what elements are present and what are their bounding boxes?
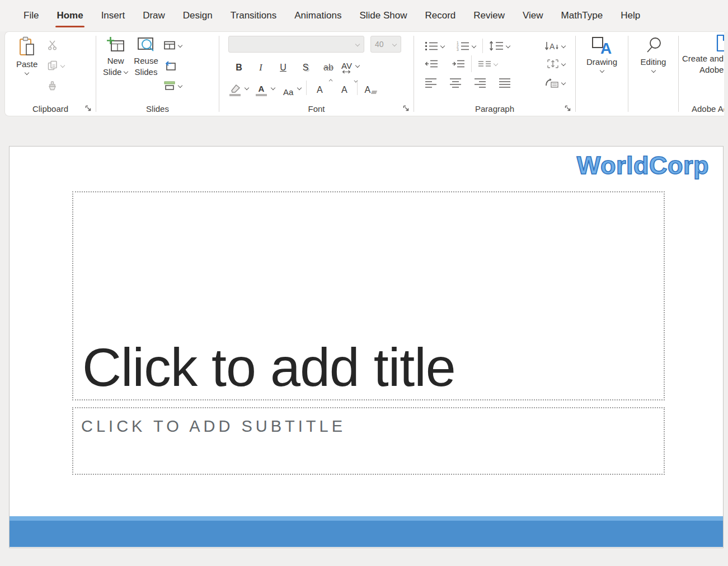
editing-search-icon [644,36,664,55]
text-direction-button[interactable]: A [543,41,567,51]
line-spacing-button[interactable] [487,41,512,51]
grow-caret-icon [329,79,333,83]
underline-button[interactable]: U [272,58,294,73]
align-left-button[interactable] [423,78,439,88]
increase-font-size-button[interactable]: A [311,81,328,95]
decrease-indent-icon [425,59,438,68]
paste-button[interactable]: Paste [16,32,37,101]
decrease-font-size-button[interactable]: A [336,81,353,95]
create-adobe-pdf-button[interactable]: Create and Adobe [682,32,724,101]
line-spacing-chevron-icon[interactable] [505,44,510,49]
slides-small-buttons [164,32,183,101]
paste-dropdown-chevron-icon[interactable] [25,70,30,76]
drawing-button[interactable]: A Drawing [586,32,617,101]
align-right-button[interactable] [472,78,488,88]
tab-review[interactable]: Review [464,0,514,31]
font-name-chevron-icon[interactable] [355,42,360,47]
strikethrough-button[interactable]: ab [317,58,340,73]
numbering-chevron-icon[interactable] [471,44,476,49]
spacing-dropdown-chevron-icon[interactable] [355,63,360,68]
tab-home[interactable]: Home [48,0,92,31]
bullets-button[interactable] [423,41,447,51]
align-center-button[interactable] [448,78,463,88]
clipboard-dialog-launcher[interactable] [85,105,92,112]
copy-icon [48,60,58,70]
format-painter-icon [48,81,57,91]
font-dialog-launcher[interactable] [403,105,410,112]
align-text-vertical-icon [547,59,559,69]
slide-layout-button[interactable] [164,37,183,53]
columns-button[interactable] [476,60,500,68]
section-dropdown-chevron-icon[interactable] [178,83,183,88]
layout-dropdown-chevron-icon[interactable] [178,43,183,48]
tab-animations[interactable]: Animations [285,0,350,31]
tab-record[interactable]: Record [416,0,464,31]
font-color-button[interactable]: A [255,79,268,96]
slide-canvas[interactable]: WorldCorp Click to add title CLICK TO AD… [9,146,724,548]
tab-draw[interactable]: Draw [134,0,174,31]
title-placeholder-text: Click to add title [73,339,455,399]
highlight-dropdown-chevron-icon[interactable] [244,86,249,91]
new-slide-button[interactable]: New Slide [103,32,128,101]
drawing-dropdown-chevron-icon[interactable] [599,68,604,73]
format-painter-button[interactable] [48,78,65,93]
editing-dropdown-chevron-icon[interactable] [651,68,656,73]
clear-formatting-button[interactable]: A [362,81,379,95]
paragraph-dialog-launcher[interactable] [565,105,571,112]
change-case-chevron-icon[interactable] [297,86,302,91]
columns-chevron-icon[interactable] [493,62,498,67]
paste-label: Paste [16,59,37,69]
bullets-chevron-icon[interactable] [440,44,445,49]
reuse-slides-button[interactable]: Reuse Slides [134,32,158,101]
bold-button[interactable]: B [228,58,250,73]
tab-mathtype[interactable]: MathType [552,0,612,31]
new-slide-dropdown-chevron-icon[interactable] [123,69,128,74]
bullet-list-icon [425,41,438,51]
decrease-indent-button[interactable] [423,59,440,68]
font-name-combobox[interactable] [228,36,364,53]
copy-dropdown-chevron-icon[interactable] [60,63,65,68]
worldcorp-logo[interactable]: WorldCorp [577,151,709,180]
slides-group-label: Slides [146,104,169,114]
character-spacing-button[interactable]: AV [340,57,353,74]
spacing-arrows-icon [342,70,351,74]
columns-icon [478,60,491,68]
font-size-chevron-icon[interactable] [392,42,397,47]
align-text-button[interactable] [545,59,567,69]
copy-button[interactable] [48,58,65,73]
tab-insert[interactable]: Insert [92,0,134,31]
align-text-chevron-icon[interactable] [561,62,566,67]
section-button[interactable] [164,78,183,93]
font-color-dropdown-chevron-icon[interactable] [270,86,275,91]
tab-transitions[interactable]: Transitions [222,0,286,31]
editing-label: Editing [641,57,666,67]
tab-slide-show[interactable]: Slide Show [350,0,416,31]
font-size-combobox[interactable]: 40 [370,36,401,53]
increase-indent-button[interactable] [450,59,467,68]
reset-slide-button[interactable] [164,58,183,73]
tab-file[interactable]: File [15,0,48,31]
tab-design[interactable]: Design [174,0,222,31]
svg-text:A: A [549,42,555,51]
tab-help[interactable]: Help [612,0,649,31]
adobe-group-label: Adobe Acrobat [692,104,724,114]
ribbon: Paste [4,31,724,116]
convert-to-smartart-button[interactable] [543,78,567,88]
align-right-icon [474,78,486,88]
highlight-color-button[interactable] [228,79,242,96]
slide-accent-bar [10,516,723,547]
menu-bar: File Home Insert Draw Design Transitions… [0,0,728,31]
paragraph-group-label: Paragraph [475,104,514,114]
change-case-button[interactable]: Aa [282,79,294,96]
justify-button[interactable] [497,78,513,88]
smartart-chevron-icon[interactable] [561,81,566,86]
italic-button[interactable]: I [250,58,272,73]
tab-view[interactable]: View [514,0,552,31]
title-placeholder[interactable]: Click to add title [72,191,665,400]
numbering-button[interactable]: 1 2 3 [454,41,478,51]
cut-button[interactable] [48,37,65,53]
text-shadow-button[interactable]: S [294,58,317,73]
text-direction-chevron-icon[interactable] [561,44,566,49]
editing-button[interactable]: Editing [641,32,666,101]
subtitle-placeholder[interactable]: CLICK TO ADD SUBTITLE [72,407,665,475]
